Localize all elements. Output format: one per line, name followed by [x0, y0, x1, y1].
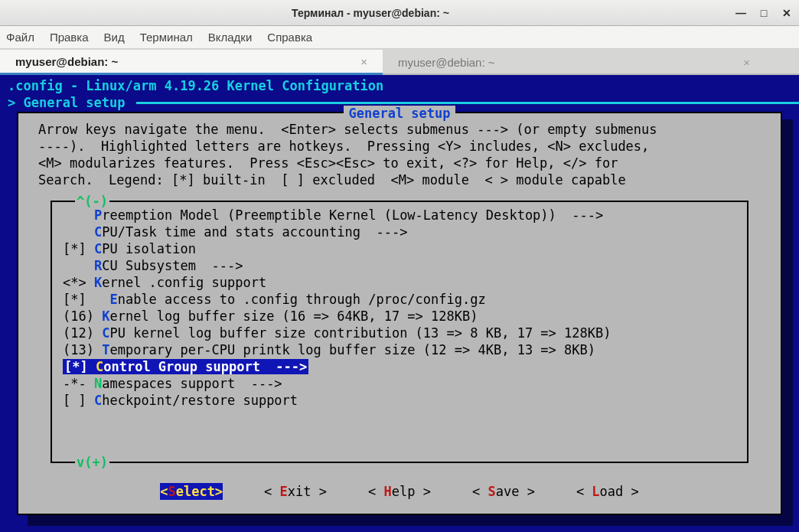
window-minimize-button[interactable]: — — [735, 7, 747, 19]
menu-item[interactable]: CPU/Task time and stats accounting ---> — [52, 224, 747, 240]
window-title: Терминал - myuser@debian: ~ — [6, 7, 735, 19]
menu-item[interactable]: Preemption Model (Preemptible Kernel (Lo… — [52, 207, 747, 224]
menu-item[interactable]: (13) Temporary per-CPU printk log buffer… — [52, 341, 747, 358]
menu-item[interactable]: -*- Namespaces support ---> — [52, 375, 747, 392]
tab-1[interactable]: myuser@debian: ~ × — [0, 50, 383, 75]
tab-close-icon[interactable]: × — [360, 55, 367, 68]
nav-button[interactable]: <Select> — [160, 483, 223, 500]
menu-tabs[interactable]: Вкладки — [208, 31, 253, 44]
nav-button[interactable]: < Save > — [472, 483, 535, 500]
menu-item[interactable]: (16) Kernel log buffer size (16 => 64KB,… — [52, 308, 747, 325]
shadow — [28, 515, 793, 526]
menubar: Файл Правка Вид Терминал Вкладки Справка — [0, 26, 799, 49]
menu-item[interactable]: [*] CPU isolation — [52, 240, 747, 257]
menu-file[interactable]: Файл — [6, 31, 34, 44]
scroll-up-indicator: ^(-) — [75, 193, 109, 210]
config-header: .config - Linux/arm 4.19.26 Kernel Confi… — [0, 75, 799, 94]
help-text: Arrow keys navigate the menu. <Enter> se… — [18, 113, 781, 193]
scroll-down-indicator: v(+) — [75, 454, 109, 471]
shadow — [782, 119, 793, 526]
button-row: <Select>< Exit >< Help >< Save >< Load > — [18, 483, 781, 500]
tab-close-icon[interactable]: × — [743, 56, 750, 69]
tab-2[interactable]: myuser@debian: ~ × — [383, 51, 765, 73]
tab-label: myuser@debian: ~ — [398, 56, 495, 69]
menu-item[interactable]: [ ] Checkpoint/restore support — [52, 392, 747, 409]
breadcrumb-line — [136, 102, 799, 104]
menu-item[interactable]: <*> Kernel .config support — [52, 274, 747, 291]
menu-help[interactable]: Справка — [267, 31, 312, 44]
tab-label: myuser@debian: ~ — [15, 55, 118, 68]
terminal-area[interactable]: .config - Linux/arm 4.19.26 Kernel Confi… — [0, 75, 799, 532]
nav-button[interactable]: < Help > — [368, 483, 431, 500]
menu-item[interactable]: [*] Control Group support ---> — [52, 358, 747, 375]
menu-view[interactable]: Вид — [104, 31, 125, 44]
menu-item[interactable]: (12) CPU kernel log buffer size contribu… — [52, 325, 747, 341]
menuconfig-box: General setup Arrow keys navigate the me… — [17, 112, 782, 515]
box-title: General setup — [344, 106, 455, 121]
menu-item[interactable]: [*] Enable access to .config through /pr… — [52, 291, 747, 308]
menu-edit[interactable]: Правка — [50, 31, 89, 44]
nav-button[interactable]: < Load > — [576, 483, 639, 500]
window-close-button[interactable]: ✕ — [781, 7, 793, 19]
tabbar: myuser@debian: ~ × myuser@debian: ~ × — [0, 49, 799, 75]
menu-item-list: ^(-) Preemption Model (Preemptible Kerne… — [51, 201, 748, 463]
nav-button[interactable]: < Exit > — [264, 483, 327, 500]
window-titlebar: Терминал - myuser@debian: ~ — □ ✕ — [0, 0, 799, 26]
menu-item[interactable]: RCU Subsystem ---> — [52, 257, 747, 274]
window-maximize-button[interactable]: □ — [758, 7, 770, 19]
menu-terminal[interactable]: Терминал — [140, 31, 193, 44]
